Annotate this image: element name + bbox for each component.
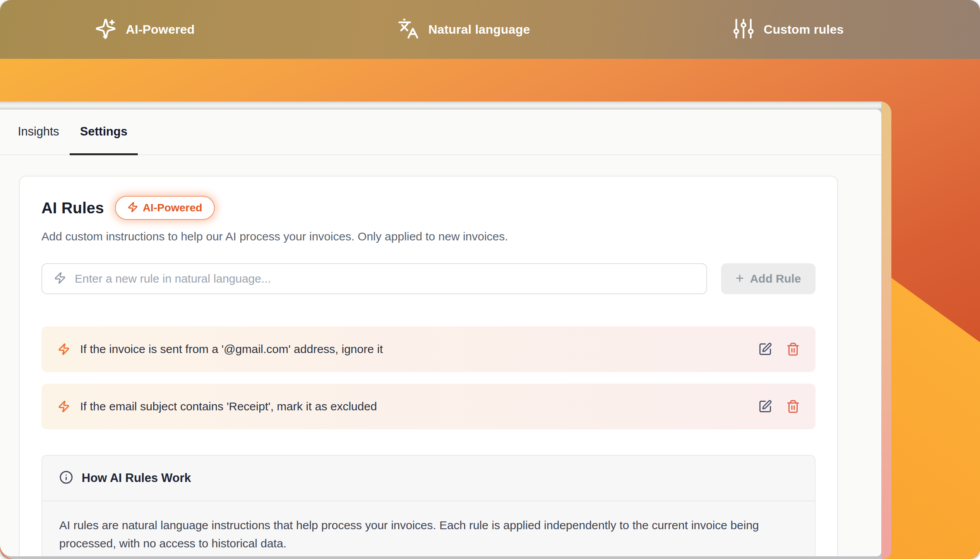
window-content: Insights Settings AI Rules AI — [0, 109, 881, 556]
feature-item-natural-language: Natural language — [397, 18, 530, 41]
ai-rules-header: AI Rules AI-Powered — [41, 196, 816, 220]
page-title: AI Rules — [41, 199, 104, 217]
screen: AI-Powered Natural language Custom rules — [0, 0, 980, 559]
rules-list: If the invoice is sent from a '@gmail.co… — [41, 326, 816, 429]
edit-rule-button[interactable] — [758, 400, 772, 413]
zap-icon — [54, 272, 66, 286]
add-rule-label: Add Rule — [750, 272, 801, 285]
rule-row: If the email subject contains 'Receipt',… — [41, 384, 816, 429]
app-window: Insights Settings AI Rules AI — [0, 101, 891, 559]
feature-label: Natural language — [428, 22, 530, 37]
zap-icon — [58, 343, 70, 355]
rule-text: If the invoice is sent from a '@gmail.co… — [80, 343, 748, 356]
feature-label: AI-Powered — [126, 22, 195, 37]
how-ai-rules-work-box: How AI Rules Work AI rules are natural l… — [41, 455, 816, 556]
info-box-title: How AI Rules Work — [82, 471, 191, 485]
new-rule-row: + Add Rule — [41, 263, 816, 294]
feature-item-ai-powered: AI-Powered — [95, 18, 195, 41]
plus-icon: + — [736, 271, 744, 285]
feature-item-custom-rules: Custom rules — [733, 18, 844, 41]
tab-insights[interactable]: Insights — [7, 109, 70, 154]
add-rule-button[interactable]: + Add Rule — [721, 263, 816, 294]
ai-rules-card: AI Rules AI-Powered Add custom instructi… — [19, 176, 838, 556]
window-top-edge — [0, 101, 891, 109]
ai-powered-badge: AI-Powered — [115, 196, 215, 220]
rule-text: If the email subject contains 'Receipt',… — [80, 400, 748, 413]
tab-label: Settings — [80, 125, 127, 139]
rule-actions — [758, 400, 800, 413]
badge-label: AI-Powered — [143, 202, 202, 214]
translate-icon — [397, 18, 419, 41]
feature-bar: AI-Powered Natural language Custom rules — [0, 0, 980, 59]
info-icon — [59, 470, 73, 486]
info-box-header: How AI Rules Work — [42, 456, 815, 501]
ai-rules-description: Add custom instructions to help our AI p… — [41, 230, 816, 243]
tab-label: Insights — [18, 125, 59, 139]
delete-rule-button[interactable] — [786, 342, 800, 356]
trash-icon — [786, 400, 800, 413]
feature-label: Custom rules — [764, 22, 844, 37]
info-box-body: AI rules are natural language instructio… — [42, 501, 815, 556]
rule-actions — [758, 342, 800, 356]
zap-icon — [127, 202, 138, 214]
trash-icon — [786, 342, 800, 356]
tab-bar: Insights Settings — [0, 109, 881, 155]
window-right-edge — [881, 101, 891, 559]
edit-icon — [758, 342, 772, 356]
edit-icon — [758, 400, 772, 413]
delete-rule-button[interactable] — [786, 400, 800, 413]
zap-icon — [58, 400, 70, 413]
edit-rule-button[interactable] — [758, 342, 772, 356]
sparkles-icon — [95, 18, 117, 41]
new-rule-field[interactable] — [41, 263, 707, 294]
rule-row: If the invoice is sent from a '@gmail.co… — [41, 326, 816, 372]
hero-card: AI-Powered Natural language Custom rules — [0, 0, 980, 559]
tab-settings[interactable]: Settings — [70, 109, 138, 154]
sliders-icon — [733, 18, 754, 41]
new-rule-input[interactable] — [75, 272, 695, 285]
